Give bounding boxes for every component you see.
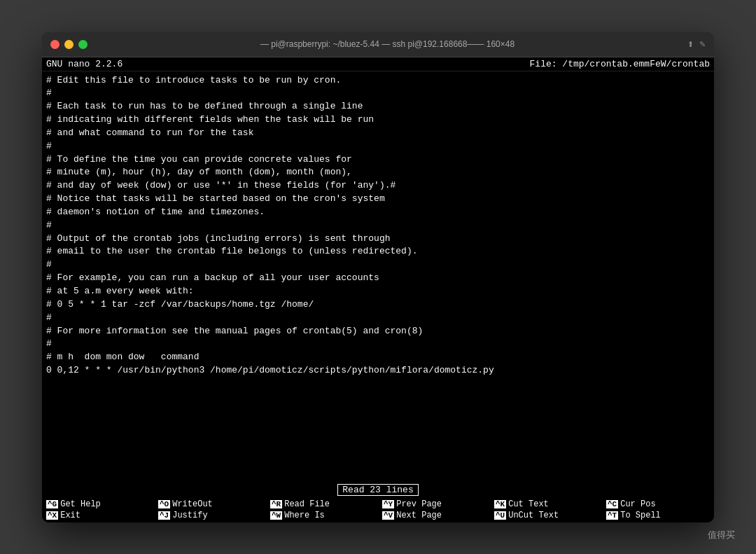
footer-cmd-0-5[interactable]: ^CCur Pos [602,499,714,510]
nano-header: GNU nano 2.2.6 File: /tmp/crontab.emmFeW… [42,57,714,71]
nano-footer: ^GGet Help^OWriteOut^RRead File^YPrev Pa… [42,497,714,522]
footer-label: Cur Pos [620,499,655,509]
footer-key: ^X [46,511,58,520]
footer-cmd-0-0[interactable]: ^GGet Help [42,499,154,510]
footer-label: Exit [60,511,80,520]
footer-label: Next Page [396,511,442,520]
footer-key: ^K [494,500,506,508]
footer-label: WriteOut [172,499,213,509]
footer-cmd-1-3[interactable]: ^VNext Page [378,510,490,521]
footer-key: ^J [158,511,170,520]
footer-row-0: ^GGet Help^OWriteOut^RRead File^YPrev Pa… [42,499,714,510]
footer-label: Get Help [60,499,101,509]
footer-key: ^T [606,511,618,520]
footer-key: ^V [382,511,394,520]
footer-cmd-0-4[interactable]: ^KCut Text [490,499,602,510]
nano-content[interactable]: # Edit this file to introduce tasks to b… [42,71,714,483]
watermark: 值得买 [708,529,735,541]
nano-filename: File: /tmp/crontab.emmFeW/crontab [530,59,710,69]
footer-row-1: ^XExit^JJustify^WWhere Is^VNext Page^UUn… [42,510,714,521]
footer-cmd-1-4[interactable]: ^UUnCut Text [490,510,602,521]
nano-status: Read 23 lines [42,483,714,497]
footer-cmd-1-1[interactable]: ^JJustify [154,510,266,521]
footer-key: ^C [606,500,618,508]
footer-label: Cut Text [508,499,549,509]
traffic-lights [50,40,88,49]
footer-cmd-0-3[interactable]: ^YPrev Page [378,499,490,510]
footer-label: UnCut Text [508,511,559,520]
maximize-button[interactable] [78,40,88,49]
footer-label: Where Is [284,511,325,520]
footer-key: ^Y [382,500,394,508]
upload-icon: ⬆ [687,40,694,49]
footer-cmd-1-5[interactable]: ^TTo Spell [602,510,714,521]
titlebar: — pi@raspberrypi: ~/bluez-5.44 — ssh pi@… [42,32,714,57]
nano-version: GNU nano 2.2.6 [46,59,122,69]
footer-cmd-1-2[interactable]: ^WWhere Is [266,510,378,521]
edit-icon: ✎ [699,40,706,49]
footer-label: Read File [284,499,330,509]
footer-cmd-0-1[interactable]: ^OWriteOut [154,499,266,510]
terminal-window: — pi@raspberrypi: ~/bluez-5.44 — ssh pi@… [42,32,714,522]
footer-cmd-1-0[interactable]: ^XExit [42,510,154,521]
footer-key: ^W [270,511,282,520]
close-button[interactable] [50,40,59,49]
titlebar-icons: ⬆ ✎ [687,40,706,49]
footer-label: To Spell [620,511,661,520]
footer-key: ^O [158,500,170,508]
terminal-body[interactable]: GNU nano 2.2.6 File: /tmp/crontab.emmFeW… [42,57,714,522]
footer-cmd-0-2[interactable]: ^RRead File [266,499,378,510]
footer-key: ^U [494,511,506,520]
footer-label: Justify [172,511,207,520]
footer-key: ^R [270,500,282,508]
titlebar-title: — pi@raspberrypi: ~/bluez-5.44 — ssh pi@… [88,39,687,49]
status-message: Read 23 lines [337,484,418,496]
footer-label: Prev Page [396,499,442,509]
footer-key: ^G [46,500,58,508]
minimize-button[interactable] [64,40,74,49]
